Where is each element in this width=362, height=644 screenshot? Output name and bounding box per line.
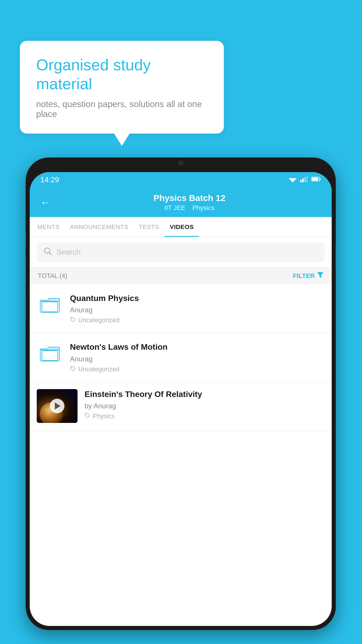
list-item[interactable]: Newton's Laws of Motion Anurag Uncategor… [30,333,332,382]
phone-notch [26,158,336,172]
mute-button [26,230,26,248]
camera-dot [178,160,183,166]
subtitle-iit: IIT JEE [164,204,185,211]
folder-icon-container [37,342,63,365]
svg-rect-3 [300,180,302,182]
svg-rect-16 [42,302,58,312]
svg-point-2 [292,181,293,182]
bubble-subtitle: notes, question papers, solutions all at… [36,99,208,119]
filter-bar: TOTAL (4) FILTER [30,267,332,284]
speech-bubble: Organised study material notes, question… [20,41,224,134]
svg-rect-19 [42,351,58,360]
signal-icon [300,176,308,183]
subtitle-physics: Physics [192,204,215,211]
volume-up-button [26,257,26,286]
video-author: Anurag [70,306,325,314]
back-button[interactable]: ← [40,196,51,209]
video-author: by Anurag [85,402,325,410]
tab-ments[interactable]: MENTS [32,217,65,237]
power-button [335,245,336,268]
list-item[interactable]: Einstein's Theory Of Relativity by Anura… [30,382,332,432]
svg-marker-12 [317,272,324,278]
bubble-title: Organised study material [36,55,208,93]
tag-icon [85,413,90,420]
video-title: Newton's Laws of Motion [70,342,325,352]
video-info: Newton's Laws of Motion Anurag Uncategor… [70,342,325,373]
video-info: Einstein's Theory Of Relativity by Anura… [85,389,325,420]
video-info: Quantum Physics Anurag Uncategorized [70,293,325,324]
video-tag: Physics [85,412,325,420]
volume-down-button [26,292,26,321]
header-subtitle: IIT JEE Physics [58,204,321,212]
status-icons [289,176,321,183]
svg-rect-4 [302,178,304,182]
battery-icon [311,176,321,183]
status-bar: 14:29 [30,172,332,187]
tag-icon [70,366,76,373]
folder-icon-container [37,293,63,316]
folder-icon [40,345,60,362]
svg-rect-5 [304,177,306,182]
search-bar-wrapper: Search [30,237,332,267]
svg-rect-6 [306,176,308,182]
svg-point-20 [71,367,72,368]
folder-icon [40,296,60,314]
filter-button[interactable]: FILTER [293,272,324,280]
tabs-bar: MENTS ANNOUNCEMENTS TESTS VIDEOS [30,217,332,237]
notch-cutout [157,158,204,169]
svg-rect-9 [319,178,321,180]
tab-announcements[interactable]: ANNOUNCEMENTS [65,217,133,237]
tab-videos[interactable]: VIDEOS [164,217,199,237]
tab-tests[interactable]: TESTS [133,217,164,237]
filter-icon [317,272,324,280]
list-item[interactable]: Quantum Physics Anurag Uncategorized [30,284,332,333]
filter-label: FILTER [293,272,315,280]
svg-line-11 [49,253,52,255]
video-list: Quantum Physics Anurag Uncategorized [30,284,332,432]
search-placeholder: Search [57,248,80,257]
search-icon [44,247,52,257]
video-tag: Uncategorized [70,365,325,373]
video-title: Einstein's Theory Of Relativity [85,389,325,400]
video-tag: Uncategorized [70,316,325,324]
phone-screen: 14:29 [30,172,332,626]
total-count: TOTAL (4) [38,272,67,280]
play-icon [55,402,61,410]
tag-label: Physics [93,412,115,420]
video-author: Anurag [70,355,325,363]
svg-point-17 [71,318,72,319]
search-bar[interactable]: Search [37,242,325,262]
status-time: 14:29 [40,175,59,184]
tag-icon [70,317,76,324]
phone-frame: 14:29 [26,158,336,630]
tag-label: Uncategorized [78,365,120,373]
header-title-block: Physics Batch 12 IIT JEE Physics [58,193,321,212]
video-title: Quantum Physics [70,293,325,304]
einstein-thumbnail [37,389,78,423]
svg-point-21 [86,414,87,415]
app-header: ← Physics Batch 12 IIT JEE Physics [30,187,332,217]
header-title: Physics Batch 12 [58,193,321,203]
wifi-icon [289,176,297,183]
play-button[interactable] [50,399,64,413]
svg-rect-8 [312,178,318,181]
tag-label: Uncategorized [78,316,120,324]
